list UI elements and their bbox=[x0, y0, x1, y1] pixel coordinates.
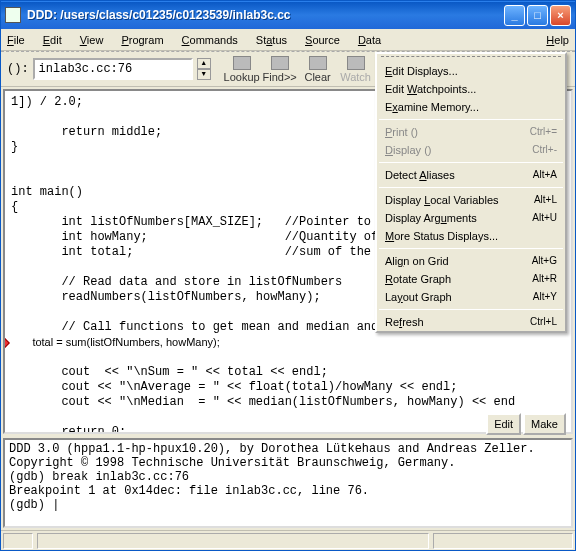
window-title: DDD: /users/class/c01235/c0123539/inlab3… bbox=[27, 8, 504, 22]
menu-rotate-graph[interactable]: Rotate GraphAlt+R bbox=[377, 270, 565, 288]
menu-arguments[interactable]: Display ArgumentsAlt+U bbox=[377, 209, 565, 227]
lookup-icon bbox=[233, 56, 251, 70]
menu-source[interactable]: Source bbox=[305, 34, 340, 46]
menu-file[interactable]: File bbox=[7, 34, 25, 46]
find-icon bbox=[271, 56, 289, 70]
menu-edit-watchpoints[interactable]: Edit Watchpoints... bbox=[377, 80, 565, 98]
minimize-button[interactable]: _ bbox=[504, 5, 525, 26]
menu-layout-graph[interactable]: Layout GraphAlt+Y bbox=[377, 288, 565, 306]
maximize-button[interactable]: □ bbox=[527, 5, 548, 26]
status-cell-1 bbox=[3, 533, 33, 549]
location-input[interactable] bbox=[33, 58, 193, 80]
lookup-button[interactable]: Lookup bbox=[225, 54, 259, 84]
close-button[interactable]: × bbox=[550, 5, 571, 26]
menu-status[interactable]: Status bbox=[256, 34, 287, 46]
location-spinner[interactable]: ▲▼ bbox=[197, 58, 211, 80]
menu-view[interactable]: View bbox=[80, 34, 104, 46]
breakpoint-icon[interactable] bbox=[3, 333, 10, 353]
watch-icon bbox=[347, 56, 365, 70]
watch-button: Watch bbox=[339, 54, 373, 84]
menu-display: Display ()Ctrl+- bbox=[377, 141, 565, 159]
menu-align-grid[interactable]: Align on GridAlt+G bbox=[377, 252, 565, 270]
edit-button[interactable]: Edit bbox=[486, 413, 521, 435]
make-button[interactable]: Make bbox=[523, 413, 566, 435]
status-cell-3 bbox=[433, 533, 573, 549]
clear-icon bbox=[309, 56, 327, 70]
menu-commands[interactable]: Commands bbox=[182, 34, 238, 46]
menu-examine-memory[interactable]: Examine Memory... bbox=[377, 98, 565, 116]
status-cell-2 bbox=[37, 533, 429, 549]
app-window: DDD: /users/class/c01235/c0123539/inlab3… bbox=[0, 0, 576, 551]
find-button[interactable]: Find>> bbox=[263, 54, 297, 84]
menu-edit[interactable]: Edit bbox=[43, 34, 62, 46]
clear-button[interactable]: Clear bbox=[301, 54, 335, 84]
console-view[interactable]: DDD 3.0 (hppa1.1-hp-hpux10.20), by Dorot… bbox=[3, 438, 573, 528]
status-bar bbox=[1, 530, 575, 550]
menu-program[interactable]: Program bbox=[121, 34, 163, 46]
app-icon bbox=[5, 7, 21, 23]
title-bar[interactable]: DDD: /users/class/c01235/c0123539/inlab3… bbox=[1, 1, 575, 29]
menu-help[interactable]: Help bbox=[546, 34, 569, 46]
data-menu-dropdown: Edit Displays... Edit Watchpoints... Exa… bbox=[375, 52, 567, 333]
menu-data[interactable]: Data bbox=[358, 34, 381, 46]
menu-refresh[interactable]: RefreshCtrl+L bbox=[377, 313, 565, 331]
menu-print: Print ()Ctrl+= bbox=[377, 123, 565, 141]
menu-detect-aliases[interactable]: Detect AliasesAlt+A bbox=[377, 166, 565, 184]
menu-local-variables[interactable]: Display Local VariablesAlt+L bbox=[377, 191, 565, 209]
menu-edit-displays[interactable]: Edit Displays... bbox=[377, 62, 565, 80]
menu-more-status[interactable]: More Status Displays... bbox=[377, 227, 565, 245]
location-prefix: (): bbox=[7, 62, 29, 76]
menu-bar: File Edit View Program Commands Status S… bbox=[1, 29, 575, 51]
